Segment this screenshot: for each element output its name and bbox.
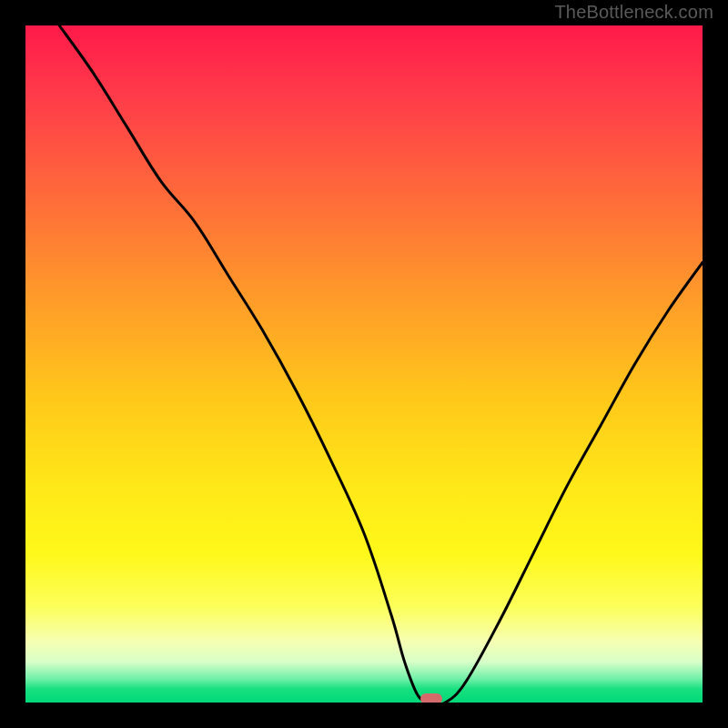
- optimal-point-marker: [420, 693, 442, 703]
- plot-area: [25, 25, 703, 703]
- bottleneck-curve: [25, 25, 703, 703]
- watermark-text: TheBottleneck.com: [554, 2, 713, 23]
- chart-container: TheBottleneck.com: [0, 0, 728, 728]
